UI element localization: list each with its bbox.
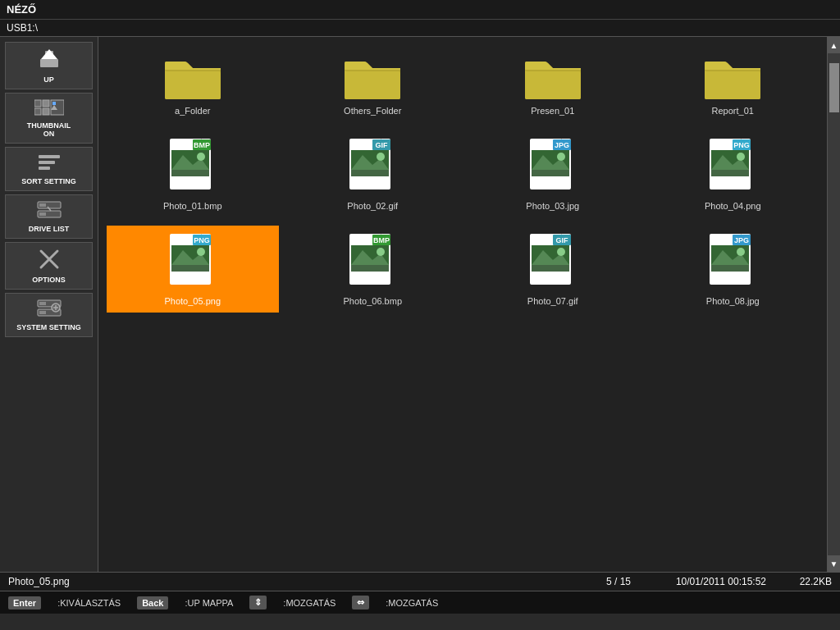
action-Back: :UP MAPPA	[185, 598, 233, 608]
system-icon	[36, 299, 62, 321]
svg-rect-95	[711, 265, 749, 272]
svg-rect-50	[532, 170, 569, 176]
file-grid: a_Folder Others_Folder Presen_01 Report_…	[107, 45, 819, 313]
file-label-photo_07: Photo_07.gif	[527, 296, 578, 306]
svg-point-33	[197, 153, 205, 161]
svg-text:PNG: PNG	[194, 236, 210, 244]
file-item-photo_04[interactable]: PNG Photo_04.png	[647, 130, 819, 217]
file-label-photo_04: Photo_04.png	[705, 201, 761, 211]
svg-rect-9	[52, 102, 56, 105]
scrollbar[interactable]: ▲ ▼	[827, 37, 840, 572]
sidebar-btn-drive[interactable]: DRIVE LIST	[5, 194, 93, 239]
svg-rect-3	[34, 100, 41, 107]
svg-text:PNG: PNG	[733, 141, 750, 149]
file-item-photo_01[interactable]: BMP Photo_01.bmp	[107, 130, 279, 217]
scroll-up-arrow[interactable]: ▲	[828, 37, 841, 53]
file-label-a_folder: a_Folder	[175, 106, 210, 116]
file-item-photo_03[interactable]: JPG Photo_03.jpg	[467, 130, 639, 217]
image-icon-photo_03: JPG	[523, 137, 582, 196]
bottom-bar: Enter:KIVÁLASZTÁSBack:UP MAPPA⇕:MOZGATÁS…	[0, 591, 840, 614]
file-label-photo_06: Photo_06.bmp	[343, 296, 402, 306]
image-icon-photo_06: BMP	[343, 232, 402, 291]
svg-point-60	[737, 153, 745, 161]
file-item-photo_05[interactable]: PNG Photo_05.png	[107, 226, 279, 313]
options-icon	[38, 248, 61, 273]
svg-rect-59	[711, 170, 749, 176]
key-Enter: Enter	[8, 596, 41, 609]
image-icon-photo_07: GIF	[523, 232, 582, 291]
svg-rect-21	[39, 302, 46, 305]
svg-text:BMP: BMP	[373, 236, 390, 244]
svg-rect-86	[532, 265, 569, 272]
svg-rect-32	[171, 170, 209, 176]
svg-rect-10	[39, 155, 60, 158]
svg-point-69	[197, 248, 205, 256]
svg-rect-14	[39, 203, 46, 207]
file-label-others_folder: Others_Folder	[344, 106, 401, 116]
scroll-thumb[interactable]	[829, 63, 839, 112]
svg-rect-11	[39, 161, 55, 164]
svg-rect-68	[171, 265, 209, 272]
file-browser-content: a_Folder Others_Folder Presen_01 Report_…	[98, 37, 827, 572]
status-bar: Photo_05.png 5 / 15 10/01/2011 00:15:52 …	[0, 572, 840, 591]
key-: ⇔	[352, 596, 369, 609]
sidebar-btn-up[interactable]: UP	[5, 42, 93, 89]
sidebar-btn-options[interactable]: OPTIONS	[5, 242, 93, 290]
sidebar: UP THUMBNAIL ON SORT SETTING DRIVE LIST	[0, 37, 98, 572]
key-Back: Back	[137, 596, 168, 609]
svg-rect-12	[39, 167, 50, 170]
file-item-others_folder[interactable]: Others_Folder	[287, 45, 459, 122]
file-item-a_folder[interactable]: a_Folder	[107, 45, 279, 122]
app-title: NÉZŐ	[7, 3, 36, 16]
up-icon	[37, 48, 62, 73]
file-label-photo_08: Photo_08.jpg	[706, 296, 760, 306]
file-item-photo_07[interactable]: GIF Photo_07.gif	[467, 226, 639, 313]
file-label-photo_02: Photo_02.gif	[347, 201, 398, 211]
svg-text:GIF: GIF	[376, 141, 389, 149]
folder-icon-others_folder	[343, 52, 402, 101]
file-label-photo_05: Photo_05.png	[164, 296, 221, 306]
drive-icon	[36, 200, 62, 222]
file-item-photo_02[interactable]: GIF Photo_02.gif	[287, 130, 459, 217]
action-: :MOZGATÁS	[386, 598, 438, 608]
action-Enter: :KIVÁLASZTÁS	[57, 598, 121, 608]
scroll-down-arrow[interactable]: ▼	[828, 555, 841, 572]
file-item-photo_08[interactable]: JPG Photo_08.jpg	[647, 226, 819, 313]
status-datetime: 10/01/2011 00:15:52	[660, 576, 766, 587]
svg-point-96	[737, 248, 745, 256]
key-: ⇕	[249, 596, 267, 609]
svg-rect-77	[351, 265, 389, 272]
image-icon-photo_01: BMP	[163, 137, 222, 196]
svg-text:JPG: JPG	[555, 141, 569, 149]
svg-text:BMP: BMP	[194, 141, 210, 149]
file-item-presen_01[interactable]: Presen_01	[467, 45, 639, 122]
svg-rect-23	[39, 311, 46, 314]
drive-label: DRIVE LIST	[29, 225, 70, 233]
status-filename: Photo_05.png	[8, 576, 578, 587]
file-item-photo_06[interactable]: BMP Photo_06.bmp	[287, 226, 459, 313]
sidebar-btn-thumbnail[interactable]: THUMBNAIL ON	[5, 93, 93, 144]
sidebar-btn-system[interactable]: SYSTEM SETTING	[5, 293, 93, 337]
svg-point-42	[377, 153, 385, 161]
options-label: OPTIONS	[32, 276, 66, 284]
main-area: UP THUMBNAIL ON SORT SETTING DRIVE LIST	[0, 37, 840, 572]
action-: :MOZGATÁS	[283, 598, 336, 608]
image-icon-photo_04: PNG	[703, 137, 762, 196]
svg-text:JPG: JPG	[734, 236, 749, 244]
file-item-report_01[interactable]: Report_01	[647, 45, 819, 122]
title-bar: NÉZŐ	[0, 0, 840, 20]
file-label-presen_01: Presen_01	[531, 106, 574, 116]
svg-rect-41	[351, 170, 389, 176]
thumbnail-label: THUMBNAIL ON	[27, 121, 71, 138]
svg-rect-6	[43, 108, 49, 115]
folder-icon-a_folder	[163, 52, 222, 101]
file-label-photo_01: Photo_01.bmp	[163, 201, 222, 211]
svg-rect-5	[34, 108, 41, 115]
svg-point-51	[557, 153, 565, 161]
svg-point-87	[557, 248, 565, 256]
scroll-track	[828, 53, 840, 555]
sidebar-btn-sort[interactable]: SORT SETTING	[5, 147, 93, 191]
svg-marker-2	[41, 49, 57, 59]
current-path: USB1:\	[7, 22, 38, 34]
svg-rect-4	[43, 100, 49, 107]
